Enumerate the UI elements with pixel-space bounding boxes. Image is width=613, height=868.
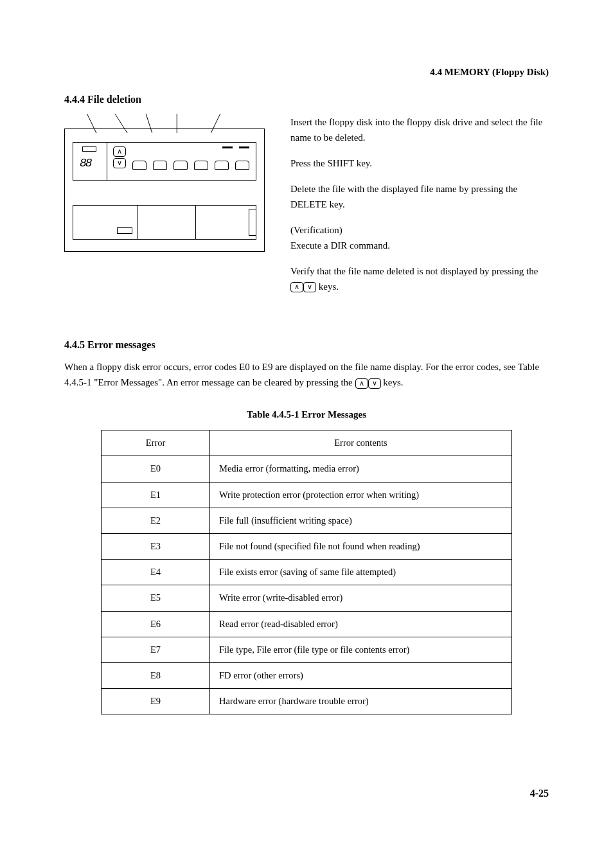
error-code-cell: E9 bbox=[102, 689, 210, 714]
up-arrow-key-icon: ∧ bbox=[113, 146, 126, 157]
panel-key-icon bbox=[153, 161, 167, 170]
inline-key-icons: ∧∨ bbox=[355, 377, 384, 387]
error-desc-cell: Write protection error (protection error… bbox=[210, 482, 512, 508]
instrument-panel-outline: 88 ∧ ∨ bbox=[64, 128, 265, 252]
table-row: E0Media error (formatting, media error) bbox=[102, 456, 512, 482]
error-code-cell: E8 bbox=[102, 662, 210, 688]
indicator-dashes bbox=[222, 146, 249, 152]
error-desc-cell: File type, File error (file type or file… bbox=[210, 637, 512, 662]
table-caption: Table 4.4.5-1 Error Messages bbox=[64, 407, 549, 422]
up-arrow-key-icon: ∧ bbox=[290, 282, 303, 292]
text-run: Verify that the file name deleted is not… bbox=[290, 266, 538, 276]
svg-line-4 bbox=[211, 114, 220, 133]
error-desc-cell: Write error (write-disabled error) bbox=[210, 585, 512, 611]
instruction-paragraph: Delete the file with the displayed file … bbox=[290, 181, 549, 212]
text-run: When a floppy disk error occurs, error c… bbox=[64, 362, 539, 387]
error-code-cell: E1 bbox=[102, 482, 210, 508]
down-arrow-key-icon: ∨ bbox=[303, 282, 316, 292]
down-arrow-key-icon: ∨ bbox=[368, 378, 381, 389]
error-code-cell: E2 bbox=[102, 508, 210, 533]
error-desc-cell: File full (insufficient writing space) bbox=[210, 508, 512, 533]
instruction-paragraph: Verify that the file name deleted is not… bbox=[290, 263, 549, 294]
verification-label: (Verification) bbox=[290, 222, 549, 238]
svg-line-1 bbox=[115, 114, 127, 133]
table-row: E9Hardware error (hardware trouble error… bbox=[102, 689, 512, 714]
instrument-figure: 88 ∧ ∨ bbox=[64, 114, 265, 252]
divider-line bbox=[195, 206, 196, 239]
section-444-instructions: Insert the floppy disk into the floppy d… bbox=[290, 114, 549, 305]
error-desc-cell: File exists error (saving of same file a… bbox=[210, 560, 512, 585]
error-code-cell: E4 bbox=[102, 560, 210, 585]
table-row: E2File full (insufficient writing space) bbox=[102, 508, 512, 533]
error-desc-cell: Media error (formatting, media error) bbox=[210, 456, 512, 482]
error-messages-table: Error Error contents E0Media error (form… bbox=[101, 430, 512, 714]
arrow-keys-group: ∧ ∨ bbox=[113, 146, 126, 168]
table-row: E1Write protection error (protection err… bbox=[102, 482, 512, 508]
instruction-paragraph: Press the SHIFT key. bbox=[290, 155, 549, 171]
divider-line bbox=[138, 206, 138, 239]
table-header-contents: Error contents bbox=[210, 430, 512, 456]
lower-drive-slot bbox=[73, 205, 256, 240]
error-desc-cell: FD error (other errors) bbox=[210, 662, 512, 688]
panel-key-icon bbox=[235, 161, 249, 170]
table-row: E7File type, File error (file type or fi… bbox=[102, 637, 512, 662]
svg-line-2 bbox=[146, 114, 152, 133]
seven-segment-display: 88 bbox=[80, 154, 91, 173]
divider-line bbox=[107, 143, 107, 180]
upper-control-strip: 88 ∧ ∨ bbox=[73, 142, 256, 181]
table-row: E3File not found (specified file not fou… bbox=[102, 533, 512, 559]
svg-line-0 bbox=[87, 114, 96, 133]
dash-icon bbox=[222, 146, 233, 148]
small-indicator bbox=[82, 146, 96, 152]
panel-key-icon bbox=[194, 161, 208, 170]
dash-icon bbox=[239, 146, 249, 148]
inline-key-icons: ∧∨ bbox=[290, 281, 319, 292]
error-desc-cell: File not found (specified file not found… bbox=[210, 533, 512, 559]
error-code-cell: E0 bbox=[102, 456, 210, 482]
panel-key-icon bbox=[132, 161, 147, 170]
section-444-heading: 4.4.4 File deletion bbox=[64, 91, 549, 108]
table-row: E8FD error (other errors) bbox=[102, 662, 512, 688]
section-445-intro: When a floppy disk error occurs, error c… bbox=[64, 359, 549, 390]
table-row: E6Read error (read-disabled error) bbox=[102, 611, 512, 637]
panel-key-icon bbox=[173, 161, 188, 170]
error-code-cell: E6 bbox=[102, 611, 210, 637]
table-row: E4File exists error (saving of same file… bbox=[102, 560, 512, 585]
error-desc-cell: Read error (read-disabled error) bbox=[210, 611, 512, 637]
up-arrow-key-icon: ∧ bbox=[355, 378, 368, 389]
running-head: 4.4 MEMORY (Floppy Disk) bbox=[64, 64, 549, 80]
panel-key-icon bbox=[215, 161, 229, 170]
error-code-cell: E7 bbox=[102, 637, 210, 662]
error-desc-cell: Hardware error (hardware trouble error) bbox=[210, 689, 512, 714]
section-444-body: 88 ∧ ∨ bbox=[64, 114, 549, 305]
text-run: keys. bbox=[319, 281, 339, 292]
table-header-row: Error Error contents bbox=[102, 430, 512, 456]
instruction-paragraph: Execute a DIR command. bbox=[290, 238, 549, 253]
instruction-paragraph: Insert the floppy disk into the floppy d… bbox=[290, 114, 549, 145]
error-code-cell: E3 bbox=[102, 533, 210, 559]
table-header-error: Error bbox=[102, 430, 210, 456]
page-number: 4-25 bbox=[64, 785, 549, 802]
section-445-heading: 4.4.5 Error messages bbox=[64, 337, 549, 353]
error-code-cell: E5 bbox=[102, 585, 210, 611]
table-row: E5Write error (write-disabled error) bbox=[102, 585, 512, 611]
down-arrow-key-icon: ∨ bbox=[113, 158, 126, 168]
panel-key-row bbox=[132, 161, 249, 170]
figure-lead-lines bbox=[78, 114, 251, 133]
text-run: keys. bbox=[383, 377, 403, 387]
